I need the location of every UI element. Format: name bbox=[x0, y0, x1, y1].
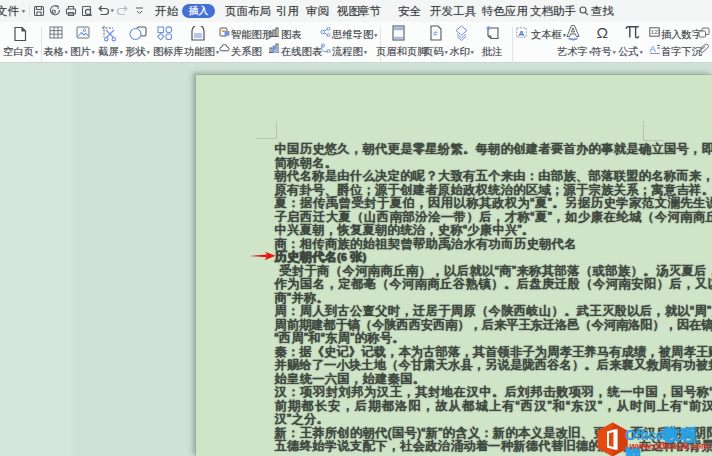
svg-text:A: A bbox=[519, 29, 525, 38]
svg-text:123: 123 bbox=[651, 29, 660, 35]
svg-text:A: A bbox=[650, 43, 657, 54]
svg-text:#: # bbox=[433, 29, 438, 38]
